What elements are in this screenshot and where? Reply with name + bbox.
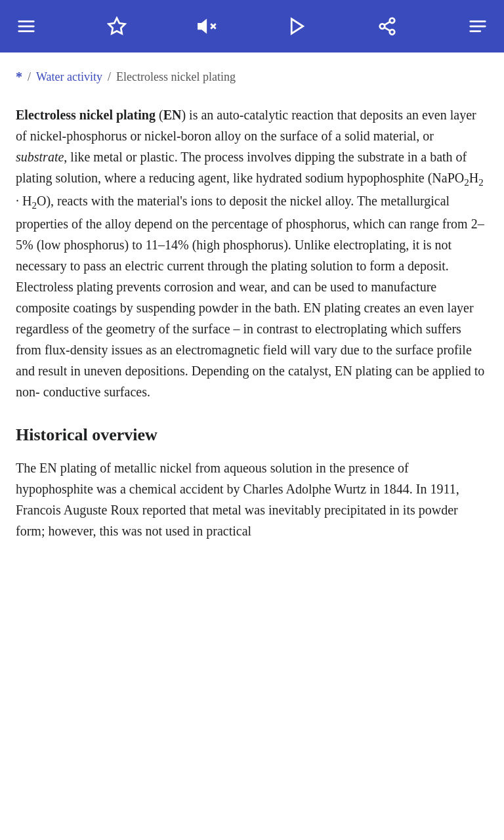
volume-off-icon[interactable] (192, 12, 221, 41)
breadcrumb-current-page: Electroless nickel plating (116, 68, 236, 87)
topbar (0, 0, 504, 52)
svg-marker-3 (108, 18, 125, 34)
star-icon[interactable] (102, 12, 131, 41)
section-historical-text: The EN plating of metallic nickel from a… (16, 457, 488, 541)
main-content: Electroless nickel plating (EN) is an au… (0, 99, 504, 561)
sub-po2: 2 (464, 177, 469, 188)
svg-marker-4 (199, 20, 206, 32)
svg-point-10 (390, 30, 395, 35)
svg-line-12 (385, 22, 390, 25)
svg-point-8 (390, 18, 395, 24)
breadcrumb-link-water-activity[interactable]: Water activity (36, 68, 102, 87)
play-icon[interactable] (283, 12, 312, 41)
intro-paragraph: Electroless nickel plating (EN) is an au… (16, 104, 488, 402)
breadcrumb-sep-1: / (28, 68, 31, 87)
more-menu-icon[interactable] (463, 12, 492, 41)
breadcrumb: * / Water activity / Electroless nickel … (0, 52, 504, 99)
sub-h2: 2 (478, 177, 484, 188)
breadcrumb-home[interactable]: * (16, 67, 22, 87)
article-title-bold: Electroless nickel plating (16, 108, 156, 122)
intro-text-2: , like metal or plastic. The process inv… (16, 150, 467, 185)
sub-water: 2 (32, 200, 37, 211)
menu-icon[interactable] (12, 12, 41, 41)
svg-marker-7 (291, 19, 303, 34)
intro-water: · H (16, 194, 32, 208)
svg-point-9 (380, 24, 385, 29)
intro-text-end: O), reacts with the material's ions to d… (16, 194, 484, 399)
section-historical-heading: Historical overview (16, 422, 488, 448)
substrate-italic: substrate (16, 150, 64, 164)
intro-h2: H (469, 171, 478, 185)
svg-line-11 (385, 28, 390, 31)
breadcrumb-sep-2: / (108, 68, 111, 87)
article-abbr: EN (163, 108, 182, 122)
share-icon[interactable] (373, 12, 402, 41)
